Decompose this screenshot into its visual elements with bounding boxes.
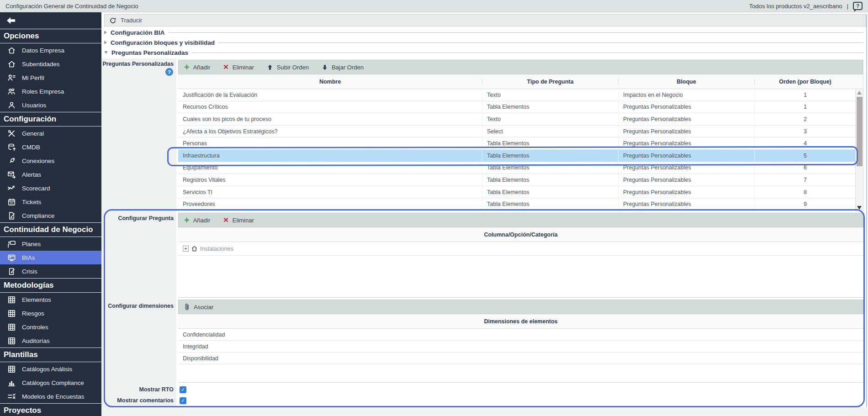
delete-button[interactable]: ✕Eliminar: [223, 64, 254, 71]
list-item[interactable]: Disponibilidad: [178, 353, 863, 364]
section-configuracion-bia[interactable]: Configuración BIA: [104, 27, 865, 37]
table-row[interactable]: Equipamiento Tabla Elementos Preguntas P…: [178, 162, 863, 174]
sidebar-item-catalogos-compliance[interactable]: Catálogos Compliance: [0, 376, 101, 390]
mostrar-comentarios-checkbox[interactable]: ✓: [180, 397, 186, 404]
sidebar-item-elementos[interactable]: Elementos: [0, 293, 101, 306]
sidebar-item-datos-empresa[interactable]: Datos Empresa: [0, 43, 101, 57]
sidebar-item-catalogos-analisis[interactable]: Catálogos Análisis: [0, 362, 101, 376]
sidebar-item-mi-perfil[interactable]: Mi Perfil: [0, 71, 101, 84]
sidebar-item-scorecard[interactable]: Scorecard: [0, 181, 101, 195]
scrollbar-thumb[interactable]: [857, 97, 863, 166]
sidebar-item-label: CMDB: [22, 144, 40, 151]
cell-tipo: Tabla Elementos: [482, 137, 619, 149]
delete-button[interactable]: ✕Eliminar: [223, 217, 254, 224]
translate-button[interactable]: Traducir: [104, 14, 866, 26]
sidebar-item-conexiones[interactable]: Conexiones: [0, 154, 101, 168]
sidebar-item-riesgos[interactable]: Riesgos: [0, 306, 101, 320]
help-bubble-icon[interactable]: ?: [853, 2, 863, 10]
column-header-tipo[interactable]: Tipo de Pregunta: [482, 79, 619, 85]
move-up-button[interactable]: Subir Orden: [267, 64, 309, 71]
section-configuracion-bloques[interactable]: Configuración bloques y visibilidad: [104, 37, 865, 47]
arrow-down-icon: [322, 64, 328, 71]
grid-icon: [7, 295, 16, 304]
configurar-dimensiones-table: Asociar Dimensiones de elementos Confide…: [178, 300, 863, 383]
table-row[interactable]: Cuales son los picos de tu proceso Texto…: [178, 113, 863, 126]
table-row-selected[interactable]: Infraestructura Tabla Elementos Pregunta…: [178, 150, 863, 162]
list-item[interactable]: Confidencialidad: [178, 329, 863, 341]
move-down-button[interactable]: Bajar Orden: [322, 64, 364, 71]
sidebar-item-alertas[interactable]: Alertas: [0, 168, 101, 181]
cell-tipo: Tabla Elementos: [482, 101, 619, 113]
mostrar-rto-label: Mostrar RTO: [101, 386, 174, 393]
sidebar-section-opciones: Opciones: [0, 29, 101, 43]
table-scrollbar[interactable]: [855, 90, 863, 211]
sidebar-item-label: Tickets: [22, 199, 41, 205]
scroll-down-icon[interactable]: [857, 206, 862, 210]
sidebar-section-continuidad: Continuidad de Negocio: [0, 222, 101, 237]
sidebar-item-roles-empresa[interactable]: Roles Empresa: [0, 84, 101, 98]
sidebar-item-label: Elementos: [22, 296, 51, 303]
products-label[interactable]: Todos los productos v2_aescribano: [749, 3, 842, 10]
sidebar-item-label: General: [22, 130, 44, 137]
cell-orden: 7: [755, 174, 856, 186]
grid-icon: [7, 323, 16, 332]
sidebar-item-usuarios[interactable]: Usuarios: [0, 98, 101, 112]
sidebar-section-metodologias: Metodologías: [0, 278, 101, 293]
section-preguntas-personalizadas[interactable]: Preguntas Personalizadas: [104, 47, 865, 58]
expand-icon[interactable]: +: [183, 246, 189, 252]
section-rule: [218, 42, 863, 43]
table-row[interactable]: Servicios TI Tabla Elementos Preguntas P…: [178, 186, 863, 199]
preguntas-toolbar: +Añadir ✕Eliminar Subir Orden Bajar Orde…: [178, 60, 863, 74]
configurar-dimensiones-label: Configurar dimensiones: [101, 303, 174, 309]
section-label: Configuración bloques y visibilidad: [111, 39, 215, 46]
cell-nombre: Personas: [178, 137, 482, 149]
sidebar-item-bias[interactable]: BIAs: [0, 251, 101, 264]
field-help-icon[interactable]: ?: [165, 68, 173, 76]
add-button[interactable]: +Añadir: [184, 217, 210, 224]
cell-bloque: Preguntas Personalizables: [619, 137, 755, 149]
cell-bloque: Impactos en el Negocio: [619, 89, 755, 101]
associate-button[interactable]: Asociar: [184, 303, 213, 311]
mostrar-comentarios-label: Mostrar comentarios: [101, 397, 174, 404]
column-header-orden[interactable]: Orden (por Bloque): [755, 79, 856, 85]
sidebar-item-modelos-encuestas[interactable]: Modelos de Encuestas: [0, 390, 101, 403]
cell-orden: 5: [755, 150, 856, 162]
mostrar-rto-checkbox[interactable]: ✓: [180, 386, 186, 393]
sidebar-item-auditorias[interactable]: Auditorías: [0, 334, 101, 348]
sidebar-back-button[interactable]: [0, 12, 101, 29]
section-rule: [192, 53, 863, 53]
table-row[interactable]: Recursos Críticos Tabla Elementos Pregun…: [178, 101, 863, 114]
column-header-bloque[interactable]: Bloque: [619, 79, 755, 85]
list-item[interactable]: Integridad: [178, 341, 863, 353]
top-bar: Configuración General de Continuidad de …: [0, 0, 868, 12]
grid-icon: [7, 337, 16, 345]
cell-nombre: Equipamiento: [178, 162, 482, 174]
sidebar-item-general[interactable]: General: [0, 126, 101, 140]
table-row[interactable]: Registros Vitales Tabla Elementos Pregun…: [178, 174, 863, 186]
table-row[interactable]: Proveedores Tabla Elementos Preguntas Pe…: [178, 198, 863, 211]
table-row[interactable]: Justificación de la Evaluación Texto Imp…: [178, 89, 863, 101]
translate-label: Traducir: [121, 17, 142, 24]
cell-bloque: Preguntas Personalizables: [619, 162, 755, 174]
notebook-icon: [7, 267, 16, 276]
sidebar-item-label: Controles: [22, 324, 48, 331]
sidebar-item-cmdb[interactable]: CMDB: [0, 140, 101, 154]
table-row[interactable]: ¿Afecta a los Objetivos Estratégicos? Se…: [178, 126, 863, 138]
add-button[interactable]: +Añadir: [184, 64, 210, 71]
content-footer-strip: [101, 407, 868, 416]
sidebar-item-crisis[interactable]: Crisis: [0, 264, 101, 278]
tree-item-instalaciones[interactable]: + Instalaciones: [178, 242, 863, 256]
sidebar-item-controles[interactable]: Controles: [0, 320, 101, 334]
sidebar-item-tickets[interactable]: Tickets: [0, 195, 101, 209]
move-up-label: Subir Orden: [277, 64, 309, 71]
delete-label: Eliminar: [233, 64, 254, 71]
sidebar-item-planes[interactable]: Planes: [0, 237, 101, 251]
sidebar-item-compliance[interactable]: Compliance: [0, 209, 101, 222]
section-rule: [169, 32, 864, 33]
column-header-nombre[interactable]: Nombre: [178, 79, 482, 85]
cell-bloque: Preguntas Personalizables: [619, 126, 755, 137]
table-row[interactable]: Personas Tabla Elementos Preguntas Perso…: [178, 137, 863, 150]
sidebar-item-subentidades[interactable]: Subentidades: [0, 57, 101, 71]
scroll-up-icon[interactable]: [857, 91, 862, 95]
configurar-pregunta-label: Configurar Pregunta: [101, 215, 174, 221]
